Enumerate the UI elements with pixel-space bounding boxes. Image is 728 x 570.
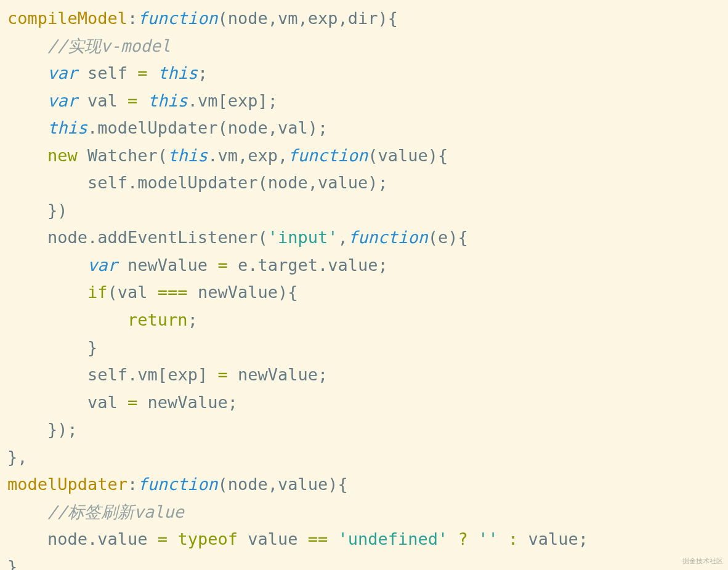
code-line: node.value = typeof value == 'undefined'… [7,529,588,548]
code-token: exp [248,146,278,165]
code-token: 'undefined' [338,529,448,548]
code-token: ? [458,529,468,548]
code-token: this [148,91,188,110]
code-token: node [7,529,87,548]
code-token: '' [478,529,498,548]
code-token [7,146,47,165]
code-token: ( [257,173,267,192]
code-token: exp [308,9,338,28]
code-token: . [127,365,137,384]
code-line: }, [7,557,28,570]
code-line: //标签刷新value [7,502,184,521]
code-token: = [217,365,227,384]
code-token: } [47,420,57,439]
code-token: vm [217,146,238,165]
code-token [7,338,87,357]
code-token: ) [57,201,67,220]
code-token: this [47,118,87,137]
code-token: , [308,173,318,192]
code-token: ; [578,529,588,548]
code-token [7,201,47,220]
code-token: ( [217,475,227,494]
code-token [7,91,47,110]
code-token: { [288,283,297,302]
code-token: , [268,475,278,494]
code-token: , [278,146,288,165]
code-token: vm [278,9,298,28]
code-token: } [87,338,97,357]
code-token: value [97,529,158,548]
code-token: ) [368,173,378,192]
code-token: val [278,118,308,137]
code-token: } [47,201,57,220]
code-token: node [228,118,268,137]
code-token: newValue [228,365,318,384]
code-token: , [338,228,347,247]
code-token: //标签刷新value [47,502,184,521]
code-token: { [338,475,348,494]
code-token: ) [278,283,288,302]
code-token: vm [137,365,158,384]
code-token: . [208,146,217,165]
code-token: ) [328,475,338,494]
code-token: self [78,63,138,82]
code-token: , [338,9,348,28]
code-token: ) [378,9,388,28]
code-token: } [7,557,17,570]
code-token: } [7,448,17,467]
code-token: dir [348,9,378,28]
code-token: e [228,255,248,275]
code-token: compileModel [7,9,127,28]
code-token: = [127,393,137,412]
code-line: //实现v-model [7,36,171,55]
code-token: ( [428,228,438,247]
code-token: addEventListener [97,228,257,247]
code-token [168,529,177,548]
code-token [7,118,47,137]
code-token: ] [198,365,208,384]
code-token: . [87,118,97,137]
code-token: ; [188,310,198,329]
code-token: function [348,228,428,247]
code-token: , [297,9,307,28]
code-token [148,63,158,82]
code-token: . [188,91,198,110]
code-token: newValue [188,283,278,302]
code-token: exp [228,91,258,110]
code-token: . [127,173,137,192]
code-token: ( [217,118,227,137]
code-token: . [87,529,97,548]
code-line: }); [7,420,78,439]
code-token [7,63,47,82]
code-token: node [268,173,308,192]
code-token: modelUpdater [97,118,217,137]
code-token: ( [217,9,227,28]
code-token: [ [217,91,227,110]
code-token: ] [257,91,267,110]
code-token: target [257,255,318,275]
code-token: self [7,365,127,384]
code-line: return; [7,310,198,329]
code-token: function [288,146,368,165]
code-line: modelUpdater:function(node,value){ [7,475,348,494]
code-token: //实现v-model [47,36,171,55]
code-token: 'input' [268,228,338,247]
code-token: this [168,146,208,165]
code-token [7,310,127,329]
code-block[interactable]: compileModel:function(node,vm,exp,dir){ … [7,5,721,570]
code-token: modelUpdater [137,173,257,192]
code-line: new Watcher(this.vm,exp,function(value){ [7,146,448,165]
code-token: == [308,529,328,548]
code-token: node [228,9,268,28]
code-token: this [158,63,198,82]
code-token: ) [308,118,318,137]
code-token: ; [378,173,388,192]
code-token: : [127,9,137,28]
code-token: ( [158,146,168,165]
code-token: ; [318,118,328,137]
code-token: , [17,448,27,467]
code-token [498,529,508,548]
code-line: } [7,338,97,357]
code-token: , [238,146,248,165]
code-token: value [238,529,308,548]
